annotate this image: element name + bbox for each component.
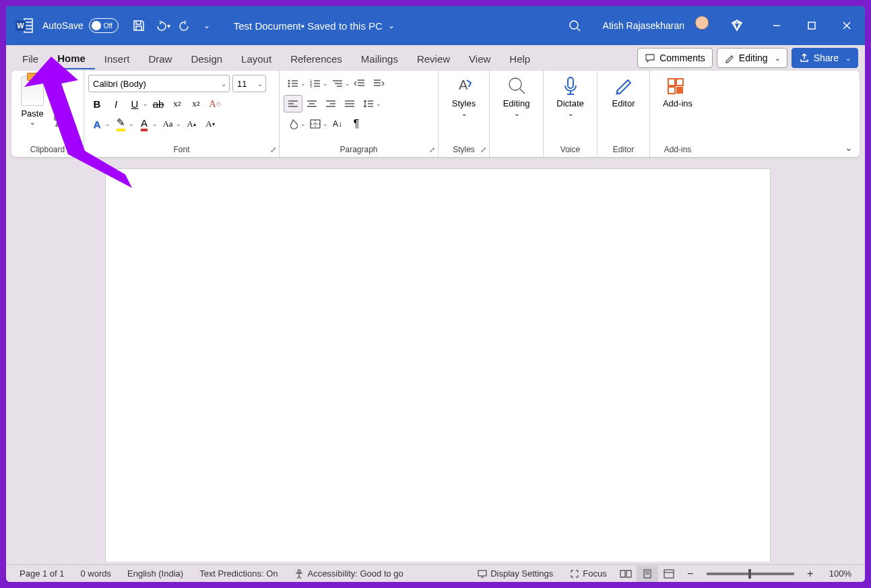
clear-formatting-button[interactable]: A◇ bbox=[206, 95, 224, 112]
share-button[interactable]: Share ⌄ bbox=[792, 48, 858, 68]
shrink-font-button[interactable]: A▾ bbox=[201, 115, 219, 133]
web-layout-button[interactable] bbox=[658, 566, 680, 582]
read-mode-button[interactable] bbox=[615, 566, 637, 582]
zoom-in-button[interactable]: + bbox=[800, 566, 821, 582]
display-settings[interactable]: Display Settings bbox=[469, 568, 561, 579]
align-right-button[interactable] bbox=[321, 95, 340, 112]
bold-button[interactable]: B bbox=[88, 95, 106, 112]
shading-button[interactable] bbox=[284, 115, 302, 133]
tab-references[interactable]: References bbox=[281, 48, 352, 69]
undo-dropdown-icon[interactable]: ▾ bbox=[167, 22, 170, 30]
save-button[interactable] bbox=[128, 15, 150, 36]
share-label: Share bbox=[814, 53, 839, 63]
toggle-knob-icon bbox=[92, 21, 101, 30]
svg-rect-9 bbox=[808, 22, 815, 29]
subscript-button[interactable]: x2 bbox=[168, 95, 186, 112]
cut-button[interactable] bbox=[51, 76, 65, 91]
editing-mode-button[interactable]: Editing ⌄ bbox=[717, 48, 787, 68]
line-spacing-button[interactable] bbox=[359, 95, 378, 112]
editor-button[interactable]: Editor bbox=[602, 73, 645, 108]
svg-point-12 bbox=[54, 86, 57, 88]
maximize-button[interactable] bbox=[796, 6, 827, 45]
tab-file[interactable]: File bbox=[13, 48, 48, 69]
increase-indent-button[interactable] bbox=[369, 75, 388, 92]
styles-button[interactable]: A Styles⌄ bbox=[443, 73, 485, 117]
svg-point-6 bbox=[570, 21, 578, 29]
voice-group-label: Voice bbox=[560, 145, 580, 154]
language-indicator[interactable]: English (India) bbox=[119, 568, 191, 579]
clipboard-launcher-icon[interactable]: ⤢ bbox=[75, 145, 81, 154]
title-dropdown-icon[interactable]: ⌄ bbox=[388, 21, 395, 30]
font-name-selector[interactable]: Calibri (Body)⌄ bbox=[88, 75, 230, 92]
collapse-ribbon-icon[interactable]: ⌄ bbox=[845, 142, 853, 153]
styles-launcher-icon[interactable]: ⤢ bbox=[480, 145, 486, 154]
numbering-button[interactable]: 123 bbox=[306, 75, 325, 92]
comments-button[interactable]: Comments bbox=[637, 48, 713, 68]
clipboard-group-label: Clipboard bbox=[30, 145, 65, 154]
tab-view[interactable]: View bbox=[459, 48, 500, 69]
bullets-button[interactable] bbox=[284, 75, 302, 92]
font-launcher-icon[interactable]: ⤢ bbox=[270, 145, 276, 154]
ribbon-tabs: File Home Insert Draw Design Layout Refe… bbox=[6, 45, 865, 71]
font-group-label: Font bbox=[173, 145, 189, 154]
word-count[interactable]: 0 words bbox=[73, 568, 120, 579]
svg-rect-61 bbox=[668, 87, 675, 94]
strikethrough-button[interactable]: ab bbox=[150, 95, 167, 112]
zoom-slider[interactable] bbox=[707, 573, 794, 575]
tab-home[interactable]: Home bbox=[48, 47, 95, 69]
font-color-button[interactable]: A bbox=[135, 115, 153, 133]
paragraph-launcher-icon[interactable]: ⤢ bbox=[429, 145, 435, 154]
text-effects-button[interactable]: A bbox=[88, 115, 106, 133]
minimize-button[interactable] bbox=[761, 6, 792, 45]
align-center-button[interactable] bbox=[302, 95, 321, 112]
justify-button[interactable] bbox=[340, 95, 359, 112]
document-title-area[interactable]: Test Document • Saved to this PC ⌄ bbox=[234, 20, 564, 32]
svg-rect-69 bbox=[664, 570, 674, 578]
group-paragraph: ⌄ 123⌄ ⌄ ⌄ ⌄ ⌄ A↓ ¶ bbox=[280, 71, 439, 157]
focus-mode[interactable]: Focus bbox=[561, 568, 614, 579]
highlight-button[interactable]: ✎ bbox=[112, 115, 129, 133]
redo-button[interactable] bbox=[174, 15, 196, 36]
autosave-toggle[interactable]: Off bbox=[89, 18, 119, 33]
zoom-percent[interactable]: 100% bbox=[821, 568, 860, 579]
qat-customize-icon[interactable]: ⌄ bbox=[196, 15, 218, 36]
tab-mailings[interactable]: Mailings bbox=[352, 48, 408, 69]
user-avatar[interactable] bbox=[692, 16, 711, 35]
search-button[interactable] bbox=[564, 15, 585, 36]
editing-dropdown-button[interactable]: Editing⌄ bbox=[494, 73, 539, 117]
document-page[interactable] bbox=[106, 169, 770, 562]
change-case-button[interactable]: Aa bbox=[159, 115, 176, 133]
close-button[interactable] bbox=[831, 6, 862, 45]
tab-insert[interactable]: Insert bbox=[95, 48, 139, 69]
share-icon bbox=[799, 53, 810, 63]
tab-layout[interactable]: Layout bbox=[232, 48, 281, 69]
paste-button[interactable]: Paste ⌄ bbox=[15, 73, 49, 126]
text-predictions[interactable]: Text Predictions: On bbox=[191, 568, 286, 579]
print-layout-button[interactable] bbox=[637, 566, 658, 582]
align-left-button[interactable] bbox=[284, 95, 302, 112]
font-size-selector[interactable]: 11⌄ bbox=[232, 75, 266, 92]
accessibility-status[interactable]: Accessibility: Good to go bbox=[286, 568, 411, 579]
zoom-out-button[interactable]: − bbox=[680, 566, 701, 582]
tab-help[interactable]: Help bbox=[500, 48, 540, 69]
grow-font-button[interactable]: A▴ bbox=[183, 115, 200, 133]
addins-button[interactable]: Add-ins bbox=[654, 73, 701, 108]
tab-draw[interactable]: Draw bbox=[139, 48, 181, 69]
diamond-icon[interactable] bbox=[726, 15, 748, 36]
format-painter-button[interactable] bbox=[51, 114, 65, 129]
copy-button[interactable] bbox=[51, 95, 65, 110]
sort-button[interactable]: A↓ bbox=[328, 115, 347, 133]
underline-button[interactable]: U bbox=[126, 95, 143, 112]
superscript-button[interactable]: x2 bbox=[187, 95, 205, 112]
show-hide-button[interactable]: ¶ bbox=[347, 115, 366, 133]
decrease-indent-button[interactable] bbox=[350, 75, 369, 92]
dictate-button[interactable]: Dictate⌄ bbox=[548, 73, 593, 117]
paste-icon bbox=[21, 76, 44, 106]
page-indicator[interactable]: Page 1 of 1 bbox=[11, 568, 73, 579]
multilevel-list-button[interactable] bbox=[328, 75, 347, 92]
title-bar: W AutoSave Off ▾ ⌄ Test Document • Saved… bbox=[6, 6, 865, 45]
tab-design[interactable]: Design bbox=[181, 48, 232, 69]
tab-review[interactable]: Review bbox=[408, 48, 459, 69]
italic-button[interactable]: I bbox=[107, 95, 125, 112]
borders-button[interactable] bbox=[306, 115, 325, 133]
